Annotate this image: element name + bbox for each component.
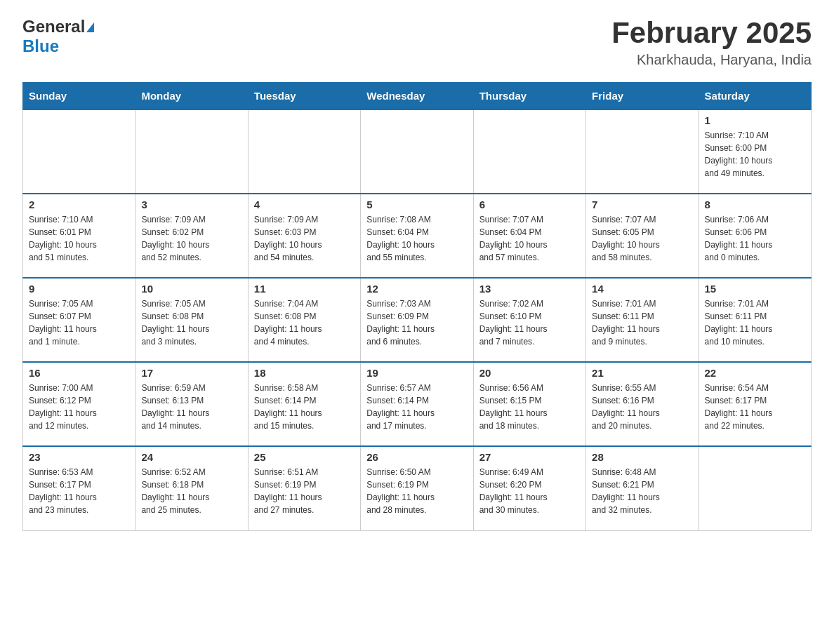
day-cell: 5Sunrise: 7:08 AM Sunset: 6:04 PM Daylig…	[361, 194, 473, 278]
day-number: 11	[254, 283, 355, 295]
day-cell: 2Sunrise: 7:10 AM Sunset: 6:01 PM Daylig…	[23, 194, 135, 278]
day-number: 20	[479, 367, 580, 379]
day-number: 13	[479, 283, 580, 295]
day-cell: 26Sunrise: 6:50 AM Sunset: 6:19 PM Dayli…	[361, 446, 473, 530]
day-number: 19	[366, 367, 467, 379]
day-number: 12	[366, 283, 467, 295]
day-number: 16	[29, 367, 129, 379]
day-cell: 6Sunrise: 7:07 AM Sunset: 6:04 PM Daylig…	[473, 194, 585, 278]
day-cell	[135, 109, 248, 194]
day-cell: 4Sunrise: 7:09 AM Sunset: 6:03 PM Daylig…	[248, 194, 360, 278]
day-info: Sunrise: 6:59 AM Sunset: 6:13 PM Dayligh…	[141, 382, 241, 432]
day-info: Sunrise: 7:02 AM Sunset: 6:10 PM Dayligh…	[479, 297, 580, 348]
day-info: Sunrise: 7:03 AM Sunset: 6:09 PM Dayligh…	[366, 297, 467, 348]
day-cell: 10Sunrise: 7:05 AM Sunset: 6:08 PM Dayli…	[135, 278, 248, 362]
day-number: 21	[592, 367, 692, 379]
day-info: Sunrise: 6:50 AM Sunset: 6:19 PM Dayligh…	[366, 466, 467, 516]
day-info: Sunrise: 7:01 AM Sunset: 6:11 PM Dayligh…	[592, 297, 692, 348]
day-cell: 24Sunrise: 6:52 AM Sunset: 6:18 PM Dayli…	[135, 446, 248, 530]
logo: General Blue	[22, 17, 94, 56]
day-number: 24	[141, 451, 241, 463]
header-right: February 2025 Kharkhauda, Haryana, India	[611, 17, 812, 68]
day-cell: 1Sunrise: 7:10 AM Sunset: 6:00 PM Daylig…	[699, 109, 811, 194]
day-info: Sunrise: 7:09 AM Sunset: 6:02 PM Dayligh…	[141, 213, 241, 264]
day-cell: 23Sunrise: 6:53 AM Sunset: 6:17 PM Dayli…	[23, 446, 135, 530]
day-info: Sunrise: 6:52 AM Sunset: 6:18 PM Dayligh…	[141, 466, 241, 516]
day-number: 26	[366, 451, 467, 463]
day-info: Sunrise: 7:00 AM Sunset: 6:12 PM Dayligh…	[29, 382, 129, 432]
week-row-4: 16Sunrise: 7:00 AM Sunset: 6:12 PM Dayli…	[23, 362, 812, 446]
day-info: Sunrise: 7:05 AM Sunset: 6:08 PM Dayligh…	[141, 297, 241, 348]
day-cell	[586, 109, 699, 194]
column-header-wednesday: Wednesday	[361, 83, 473, 110]
day-cell: 19Sunrise: 6:57 AM Sunset: 6:14 PM Dayli…	[361, 362, 473, 446]
day-cell: 13Sunrise: 7:02 AM Sunset: 6:10 PM Dayli…	[473, 278, 585, 362]
day-number: 5	[366, 199, 467, 210]
day-cell: 12Sunrise: 7:03 AM Sunset: 6:09 PM Dayli…	[361, 278, 473, 362]
day-cell: 25Sunrise: 6:51 AM Sunset: 6:19 PM Dayli…	[248, 446, 360, 530]
column-header-thursday: Thursday	[473, 83, 585, 110]
day-number: 4	[254, 199, 355, 210]
day-number: 25	[254, 451, 355, 463]
day-cell	[699, 446, 811, 530]
day-cell: 21Sunrise: 6:55 AM Sunset: 6:16 PM Dayli…	[586, 362, 699, 446]
logo-blue-text: Blue	[22, 36, 59, 56]
week-row-3: 9Sunrise: 7:05 AM Sunset: 6:07 PM Daylig…	[23, 278, 812, 362]
day-info: Sunrise: 6:49 AM Sunset: 6:20 PM Dayligh…	[479, 466, 580, 516]
day-info: Sunrise: 6:53 AM Sunset: 6:17 PM Dayligh…	[29, 466, 129, 516]
day-info: Sunrise: 6:55 AM Sunset: 6:16 PM Dayligh…	[592, 382, 692, 432]
day-info: Sunrise: 6:58 AM Sunset: 6:14 PM Dayligh…	[254, 382, 355, 432]
day-cell: 3Sunrise: 7:09 AM Sunset: 6:02 PM Daylig…	[135, 194, 248, 278]
day-number: 8	[705, 199, 805, 210]
day-info: Sunrise: 6:48 AM Sunset: 6:21 PM Dayligh…	[592, 466, 692, 516]
logo-triangle-icon	[86, 22, 94, 32]
day-info: Sunrise: 7:07 AM Sunset: 6:05 PM Dayligh…	[592, 213, 692, 264]
day-number: 22	[705, 367, 805, 379]
day-info: Sunrise: 7:05 AM Sunset: 6:07 PM Dayligh…	[29, 297, 129, 348]
day-info: Sunrise: 7:08 AM Sunset: 6:04 PM Dayligh…	[366, 213, 467, 264]
day-number: 1	[705, 114, 805, 126]
column-header-monday: Monday	[135, 83, 248, 110]
page-header: General Blue February 2025 Kharkhauda, H…	[22, 17, 812, 68]
day-cell: 28Sunrise: 6:48 AM Sunset: 6:21 PM Dayli…	[586, 446, 699, 530]
week-row-5: 23Sunrise: 6:53 AM Sunset: 6:17 PM Dayli…	[23, 446, 812, 530]
calendar-header-row: SundayMondayTuesdayWednesdayThursdayFrid…	[23, 83, 812, 110]
day-cell	[361, 109, 473, 194]
location-title: Kharkhauda, Haryana, India	[611, 52, 812, 68]
day-number: 14	[592, 283, 692, 295]
column-header-friday: Friday	[586, 83, 699, 110]
day-cell: 16Sunrise: 7:00 AM Sunset: 6:12 PM Dayli…	[23, 362, 135, 446]
day-info: Sunrise: 7:04 AM Sunset: 6:08 PM Dayligh…	[254, 297, 355, 348]
day-number: 9	[29, 283, 129, 295]
day-cell: 18Sunrise: 6:58 AM Sunset: 6:14 PM Dayli…	[248, 362, 360, 446]
day-info: Sunrise: 7:06 AM Sunset: 6:06 PM Dayligh…	[705, 213, 805, 264]
day-number: 10	[141, 283, 241, 295]
day-cell	[248, 109, 360, 194]
day-number: 18	[254, 367, 355, 379]
day-cell: 15Sunrise: 7:01 AM Sunset: 6:11 PM Dayli…	[699, 278, 811, 362]
day-cell: 27Sunrise: 6:49 AM Sunset: 6:20 PM Dayli…	[473, 446, 585, 530]
day-cell: 17Sunrise: 6:59 AM Sunset: 6:13 PM Dayli…	[135, 362, 248, 446]
day-cell: 22Sunrise: 6:54 AM Sunset: 6:17 PM Dayli…	[699, 362, 811, 446]
day-cell: 20Sunrise: 6:56 AM Sunset: 6:15 PM Dayli…	[473, 362, 585, 446]
day-cell: 8Sunrise: 7:06 AM Sunset: 6:06 PM Daylig…	[699, 194, 811, 278]
day-number: 23	[29, 451, 129, 463]
column-header-tuesday: Tuesday	[248, 83, 360, 110]
day-info: Sunrise: 7:09 AM Sunset: 6:03 PM Dayligh…	[254, 213, 355, 264]
day-cell: 14Sunrise: 7:01 AM Sunset: 6:11 PM Dayli…	[586, 278, 699, 362]
day-number: 17	[141, 367, 241, 379]
month-title: February 2025	[611, 17, 812, 49]
column-header-saturday: Saturday	[699, 83, 811, 110]
day-info: Sunrise: 6:56 AM Sunset: 6:15 PM Dayligh…	[479, 382, 580, 432]
day-number: 27	[479, 451, 580, 463]
day-cell	[23, 109, 135, 194]
day-number: 28	[592, 451, 692, 463]
day-cell: 7Sunrise: 7:07 AM Sunset: 6:05 PM Daylig…	[586, 194, 699, 278]
day-number: 15	[705, 283, 805, 295]
day-cell: 9Sunrise: 7:05 AM Sunset: 6:07 PM Daylig…	[23, 278, 135, 362]
week-row-1: 1Sunrise: 7:10 AM Sunset: 6:00 PM Daylig…	[23, 109, 812, 194]
day-cell: 11Sunrise: 7:04 AM Sunset: 6:08 PM Dayli…	[248, 278, 360, 362]
day-number: 2	[29, 199, 129, 210]
day-info: Sunrise: 6:54 AM Sunset: 6:17 PM Dayligh…	[705, 382, 805, 432]
day-info: Sunrise: 7:01 AM Sunset: 6:11 PM Dayligh…	[705, 297, 805, 348]
